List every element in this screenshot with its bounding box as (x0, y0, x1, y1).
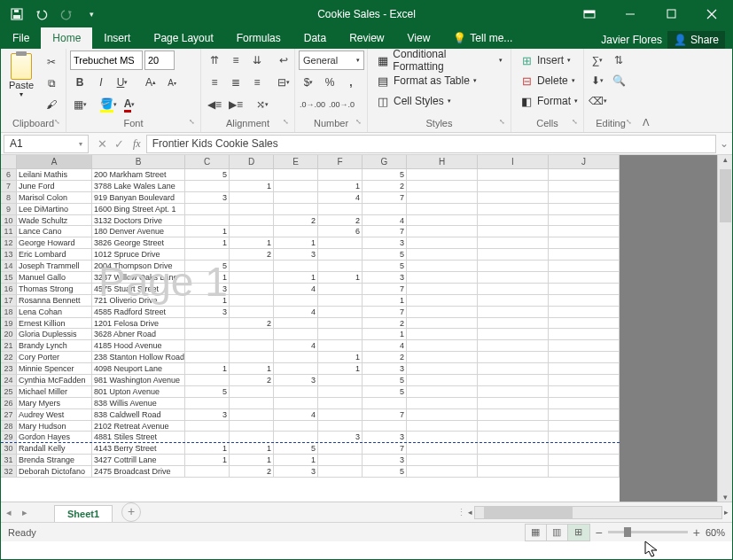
qat-customize-icon[interactable]: ▾ (81, 4, 102, 25)
cell[interactable] (407, 329, 478, 339)
cell[interactable] (478, 352, 549, 362)
cell[interactable] (478, 375, 549, 385)
cell[interactable]: 1 (230, 455, 274, 465)
cell[interactable] (407, 432, 478, 442)
save-icon[interactable] (6, 4, 27, 25)
cell[interactable] (549, 284, 620, 294)
cell[interactable]: 1 (185, 455, 230, 465)
cell[interactable]: 5 (363, 375, 407, 385)
cell[interactable]: 2 (230, 375, 274, 385)
cell[interactable]: Randall Kelly (17, 443, 92, 454)
cell[interactable] (318, 249, 363, 260)
redo-icon[interactable] (56, 4, 77, 25)
cell[interactable] (274, 192, 318, 203)
cell[interactable]: 3 (185, 307, 230, 317)
cell[interactable]: Gloria Duplessis (17, 329, 92, 339)
cell[interactable] (478, 226, 549, 237)
cell[interactable] (478, 455, 549, 465)
cell[interactable] (478, 181, 549, 191)
cell[interactable] (274, 181, 318, 191)
row-header[interactable]: 19 (1, 318, 17, 329)
user-name[interactable]: Javier Flores (601, 34, 662, 46)
table-row[interactable]: 13Eric Lombard1012 Spruce Drive235 (1, 249, 620, 261)
cell[interactable]: Brandy Lynch (17, 340, 92, 351)
cell[interactable]: Wade Schultz (17, 215, 92, 226)
cell[interactable] (549, 409, 620, 420)
hscroll-right-icon[interactable]: ▸ (724, 508, 729, 517)
cell[interactable]: 2102 Retreat Avenue (92, 421, 185, 432)
cell[interactable] (407, 226, 478, 237)
cell[interactable]: 7 (363, 284, 407, 294)
table-row[interactable]: 15Manuel Gallo3237 Willow Oaks Lane1113 (1, 272, 620, 284)
cell[interactable]: Michael Miller (17, 386, 92, 397)
cell[interactable]: 3 (274, 249, 318, 260)
align-right-button[interactable]: ≡ (247, 73, 267, 92)
cell[interactable]: 2 (230, 466, 274, 477)
cell[interactable] (549, 329, 620, 339)
cell[interactable]: 1 (274, 455, 318, 465)
cell[interactable]: 838 Caldwell Road (92, 409, 185, 420)
cell[interactable]: 1 (185, 237, 230, 248)
autosum-button[interactable]: ∑▾ (588, 51, 607, 70)
cell[interactable] (230, 352, 274, 362)
cell[interactable]: 3 (363, 363, 407, 374)
col-header-H[interactable]: H (407, 155, 478, 168)
cell[interactable]: Joseph Trammell (17, 261, 92, 271)
cell[interactable] (230, 307, 274, 317)
expand-formula-bar-icon[interactable]: ⌄ (716, 137, 732, 150)
cell[interactable] (230, 409, 274, 420)
cell[interactable]: 7 (363, 409, 407, 420)
cell-styles-button[interactable]: ◫Cell Styles▾ (371, 91, 507, 111)
tab-home[interactable]: Home (41, 27, 92, 49)
merge-button[interactable]: ⊟▾ (274, 73, 293, 92)
table-row[interactable]: 9Lee DiMartino1600 Bing Street Apt. 1 (1, 204, 620, 215)
cell[interactable]: 7 (363, 307, 407, 317)
cell[interactable]: 1 (318, 363, 363, 374)
cell[interactable]: 1 (363, 295, 407, 306)
cell[interactable] (407, 352, 478, 362)
cell[interactable]: 5 (363, 249, 407, 260)
vscroll-thumb[interactable] (720, 169, 731, 222)
cell[interactable]: 3 (274, 466, 318, 477)
cell[interactable] (230, 226, 274, 237)
cell[interactable] (478, 169, 549, 180)
collapse-ribbon-icon[interactable]: ᐱ (643, 117, 650, 128)
cell[interactable] (318, 398, 363, 408)
cell[interactable] (549, 386, 620, 397)
cell[interactable]: 7 (363, 226, 407, 237)
cell[interactable]: 721 Oliverio Drive (92, 295, 185, 306)
cell[interactable]: Thomas Strong (17, 284, 92, 294)
row-header[interactable]: 12 (1, 237, 17, 248)
cell[interactable]: 1 (185, 295, 230, 306)
cell[interactable]: Minnie Spencer (17, 363, 92, 374)
cell[interactable] (407, 284, 478, 294)
tab-insert[interactable]: Insert (92, 27, 142, 49)
cell[interactable] (230, 261, 274, 271)
cell[interactable] (407, 307, 478, 317)
cell[interactable]: 1 (318, 352, 363, 362)
table-row[interactable]: 32Deborah Dictofano2475 Broadcast Drive2… (1, 466, 620, 478)
cell[interactable]: 5 (363, 169, 407, 180)
cell[interactable] (274, 204, 318, 214)
cell[interactable] (478, 432, 549, 442)
cell[interactable] (274, 169, 318, 180)
col-header-C[interactable]: C (185, 155, 230, 168)
cell[interactable] (407, 375, 478, 385)
hscroll-thumb[interactable] (484, 507, 573, 518)
cell[interactable]: 838 Willis Avenue (92, 398, 185, 408)
cell[interactable] (318, 261, 363, 271)
cell[interactable] (478, 249, 549, 260)
cell[interactable] (230, 284, 274, 294)
cell[interactable]: 3 (363, 237, 407, 248)
table-row[interactable]: 19Ernest Killion1201 Felosa Drive22 (1, 318, 620, 330)
cell[interactable] (407, 192, 478, 203)
cell[interactable]: 2 (230, 249, 274, 260)
cell[interactable] (478, 340, 549, 351)
cell[interactable] (274, 352, 318, 362)
fill-color-button[interactable]: 🪣▾ (98, 95, 118, 114)
column-headers[interactable]: ABCDEFGHIJ (1, 155, 620, 169)
row-header[interactable]: 8 (1, 192, 17, 203)
cell[interactable]: Audrey West (17, 409, 92, 420)
cell[interactable] (230, 340, 274, 351)
tab-formulas[interactable]: Formulas (225, 27, 292, 49)
